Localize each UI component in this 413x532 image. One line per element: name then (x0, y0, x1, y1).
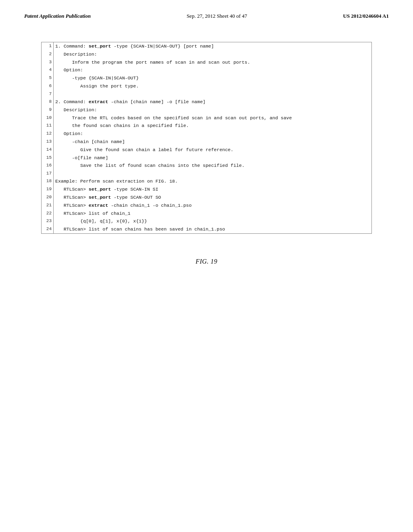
line-content: Assign the port type. (54, 82, 372, 90)
table-row: 16 Save the list of found scan chains in… (42, 162, 372, 170)
table-row: 11 the found scan chains in a specified … (42, 122, 372, 130)
line-number: 21 (42, 202, 54, 210)
table-row: 5 -type {SCAN-IN|SCAN-OUT} (42, 74, 372, 82)
line-number: 8 (42, 98, 54, 106)
line-content: Save the list of found scan chains into … (54, 162, 372, 170)
line-content: RTLScan> set_port -type SCAN-IN SI (54, 185, 372, 193)
table-row: 24 RTLScan> list of scan chains has been… (42, 225, 372, 233)
header-sheet-info: Sep. 27, 2012 Sheet 40 of 47 (187, 13, 247, 19)
table-row: 15 -o[file name] (42, 154, 372, 162)
table-row: 4 Option: (42, 66, 372, 74)
page-content: 11. Command: set_port -type {SCAN-IN|SCA… (0, 26, 413, 281)
table-row: 12 Option: (42, 130, 372, 138)
line-number: 14 (42, 146, 54, 154)
line-content: RTLScan> list of chain_1 (54, 210, 372, 218)
line-content (54, 90, 372, 98)
page-header: Patent Application Publication Sep. 27, … (0, 0, 413, 26)
line-content: RTLScan> extract -chain chain_1 -o chain… (54, 202, 372, 210)
line-content: Option: (54, 130, 372, 138)
table-row: 23 {q[0], q[1], x{0}, x{1}} (42, 217, 372, 225)
table-row: 20 RTLScan> set_port -type SCAN-OUT SO (42, 193, 372, 202)
line-number: 18 (42, 177, 54, 185)
line-number: 20 (42, 193, 54, 202)
line-number: 10 (42, 114, 54, 122)
line-content: 1. Command: set_port -type {SCAN-IN|SCAN… (54, 42, 372, 50)
line-number: 19 (42, 185, 54, 193)
line-content: Inform the program the port names of sca… (54, 58, 372, 66)
figure-caption: FIG. 19 (196, 258, 217, 265)
table-row: 17 (42, 170, 372, 177)
table-row: 22 RTLScan> list of chain_1 (42, 210, 372, 218)
line-number: 3 (42, 58, 54, 66)
line-content: -type {SCAN-IN|SCAN-OUT} (54, 74, 372, 82)
line-content (54, 170, 372, 177)
code-table: 11. Command: set_port -type {SCAN-IN|SCA… (41, 42, 372, 234)
line-content: -chain [chain name] (54, 138, 372, 146)
line-number: 7 (42, 90, 54, 98)
line-number: 6 (42, 82, 54, 90)
table-row: 13 -chain [chain name] (42, 138, 372, 146)
table-row: 18Example: Perform scan extraction on FI… (42, 177, 372, 185)
table-row: 3 Inform the program the port names of s… (42, 58, 372, 66)
line-content: {q[0], q[1], x{0}, x{1}} (54, 217, 372, 225)
line-number: 24 (42, 225, 54, 233)
header-publication-label: Patent Application Publication (24, 13, 91, 19)
line-number: 2 (42, 50, 54, 58)
table-row: 7 (42, 90, 372, 98)
line-number: 17 (42, 170, 54, 177)
line-content: Option: (54, 66, 372, 74)
line-number: 9 (42, 106, 54, 114)
table-row: 2 Description: (42, 50, 372, 58)
line-content: Description: (54, 50, 372, 58)
line-content: -o[file name] (54, 154, 372, 162)
table-row: 19 RTLScan> set_port -type SCAN-IN SI (42, 185, 372, 193)
figure-caption-text: FIG. 19 (196, 258, 217, 265)
line-number: 13 (42, 138, 54, 146)
line-number: 16 (42, 162, 54, 170)
line-content: 2. Command: extract -chain [chain name] … (54, 98, 372, 106)
line-content: Description: (54, 106, 372, 114)
table-row: 21 RTLScan> extract -chain chain_1 -o ch… (42, 202, 372, 210)
line-number: 12 (42, 130, 54, 138)
table-row: 11. Command: set_port -type {SCAN-IN|SCA… (42, 42, 372, 50)
line-number: 22 (42, 210, 54, 218)
line-content: RTLScan> set_port -type SCAN-OUT SO (54, 193, 372, 202)
line-content: RTLScan> list of scan chains has been sa… (54, 225, 372, 233)
line-number: 4 (42, 66, 54, 74)
line-content: Give the found scan chain a label for fu… (54, 146, 372, 154)
table-row: 14 Give the found scan chain a label for… (42, 146, 372, 154)
line-number: 5 (42, 74, 54, 82)
line-content: Trace the RTL codes based on the specifi… (54, 114, 372, 122)
line-content: Example: Perform scan extraction on FIG.… (54, 177, 372, 185)
table-row: 10 Trace the RTL codes based on the spec… (42, 114, 372, 122)
table-row: 9 Description: (42, 106, 372, 114)
header-patent-number: US 2012/0246604 A1 (343, 13, 389, 19)
line-number: 23 (42, 217, 54, 225)
line-number: 1 (42, 42, 54, 50)
line-number: 15 (42, 154, 54, 162)
line-content: the found scan chains in a specified fil… (54, 122, 372, 130)
table-row: 82. Command: extract -chain [chain name]… (42, 98, 372, 106)
line-number: 11 (42, 122, 54, 130)
table-row: 6 Assign the port type. (42, 82, 372, 90)
